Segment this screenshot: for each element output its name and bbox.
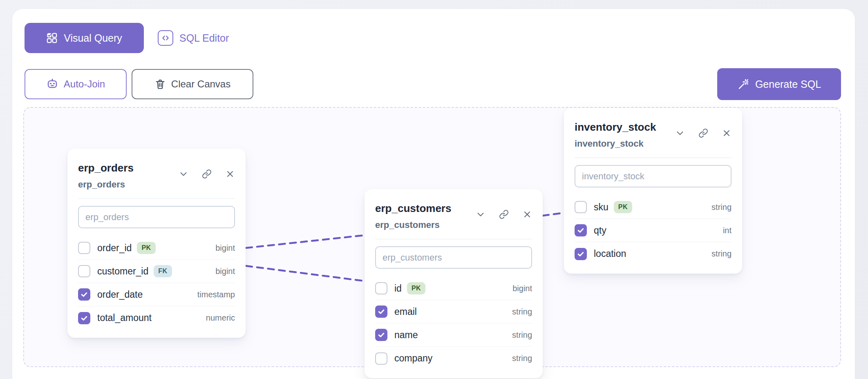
field-name: email [394,306,417,317]
field-type: bigint [512,284,532,293]
card-titles: erp_orders erp_orders [78,161,134,190]
tab-visual-query[interactable]: Visual Query [25,23,144,53]
field-checkbox[interactable] [78,312,90,324]
field-checkbox[interactable] [375,305,387,318]
field-list: sku PK string qty int location string [575,196,732,265]
card-header: erp_customers erp_customers [375,201,532,231]
card-actions [675,128,732,138]
field-row: name string [375,323,532,347]
close-icon[interactable] [522,210,532,219]
link-icon[interactable] [202,169,212,179]
table-card-erp-orders[interactable]: erp_orders erp_orders order_id P [67,149,246,338]
field-type: numeric [206,313,235,323]
field-row: id PK bigint [375,277,532,300]
field-checkbox[interactable] [78,265,90,277]
field-checkbox[interactable] [375,282,387,294]
card-header: erp_orders erp_orders [78,161,235,190]
field-row: customer_id FK bigint [78,260,235,283]
tab-sql-editor-label: SQL Editor [179,32,229,44]
table-card-inventory-stock[interactable]: inventory_stock inventory_stock sku [564,108,742,274]
field-checkbox[interactable] [375,352,387,365]
table-alias-input[interactable] [375,246,532,269]
generate-sql-label: Generate SQL [755,78,821,90]
table-card-erp-customers[interactable]: erp_customers erp_customers id P [365,189,543,378]
fk-badge: FK [154,265,172,277]
field-row: order_date timestamp [78,283,235,306]
field-type: string [512,330,532,340]
field-row: total_amount numeric [78,306,235,330]
field-list: order_id PK bigint customer_id FK bigint… [78,236,235,330]
link-icon[interactable] [698,128,708,138]
field-row: email string [375,300,532,323]
field-type: string [512,307,532,317]
field-checkbox[interactable] [575,248,587,260]
pk-badge: PK [407,282,425,294]
pk-badge: PK [614,201,632,213]
table-alias-input[interactable] [78,206,235,228]
table-title: erp_customers [375,201,451,215]
table-alias-input[interactable] [575,165,732,187]
close-icon[interactable] [225,169,235,179]
card-titles: erp_customers erp_customers [375,201,451,231]
field-name: customer_id [97,266,148,277]
field-name: qty [594,225,606,236]
table-subtitle: inventory_stock [575,138,656,149]
clear-canvas-label: Clear Canvas [171,78,230,90]
field-checkbox[interactable] [78,288,90,301]
field-name: location [594,248,626,259]
card-actions [179,169,235,179]
field-type: timestamp [197,290,235,299]
field-row: qty int [575,219,732,242]
code-icon [158,30,173,46]
field-name: order_date [97,289,143,300]
divider [78,198,235,199]
field-name: id [394,283,402,294]
auto-join-button[interactable]: Auto-Join [25,69,127,99]
tab-sql-editor[interactable]: SQL Editor [158,30,229,46]
field-type: bigint [215,267,235,276]
grid-check-icon [46,32,58,44]
chevron-down-icon[interactable] [675,128,685,138]
auto-join-label: Auto-Join [64,78,105,90]
close-icon[interactable] [722,128,732,138]
chevron-down-icon[interactable] [476,210,485,219]
field-row: location string [575,242,732,265]
table-subtitle: erp_customers [375,219,451,231]
table-title: inventory_stock [575,120,656,134]
field-checkbox[interactable] [78,242,90,254]
link-icon[interactable] [499,210,509,219]
field-type: int [723,226,732,235]
field-type: string [711,249,732,259]
pk-badge: PK [137,242,155,254]
divider [575,158,732,158]
generate-sql-button[interactable]: Generate SQL [717,68,841,100]
table-title: erp_orders [78,161,134,175]
field-checkbox[interactable] [375,329,387,341]
table-subtitle: erp_orders [78,179,134,190]
card-header: inventory_stock inventory_stock [575,120,732,149]
field-name: total_amount [97,312,152,323]
field-name: company [394,353,432,364]
field-row: sku PK string [575,196,732,219]
field-row: company string [375,347,532,370]
card-titles: inventory_stock inventory_stock [575,120,656,149]
field-checkbox[interactable] [575,224,587,236]
divider [375,239,532,239]
card-actions [476,210,532,219]
field-name: order_id [97,243,132,254]
chevron-down-icon[interactable] [179,169,188,179]
magic-wand-icon [737,78,749,90]
field-type: bigint [215,243,235,253]
field-type: string [711,203,732,212]
field-checkbox[interactable] [575,201,587,213]
visual-query-builder-screen: Visual Query SQL Editor Auto-Join [0,0,868,379]
field-name: name [394,330,418,341]
trash-icon [154,78,166,90]
field-row: order_id PK bigint [78,236,235,260]
clear-canvas-button[interactable]: Clear Canvas [132,69,253,99]
robot-icon [46,78,58,90]
field-list: id PK bigint email string name string [375,277,532,370]
field-type: string [512,354,532,363]
field-name: sku [594,202,608,213]
tab-visual-query-label: Visual Query [64,32,122,44]
